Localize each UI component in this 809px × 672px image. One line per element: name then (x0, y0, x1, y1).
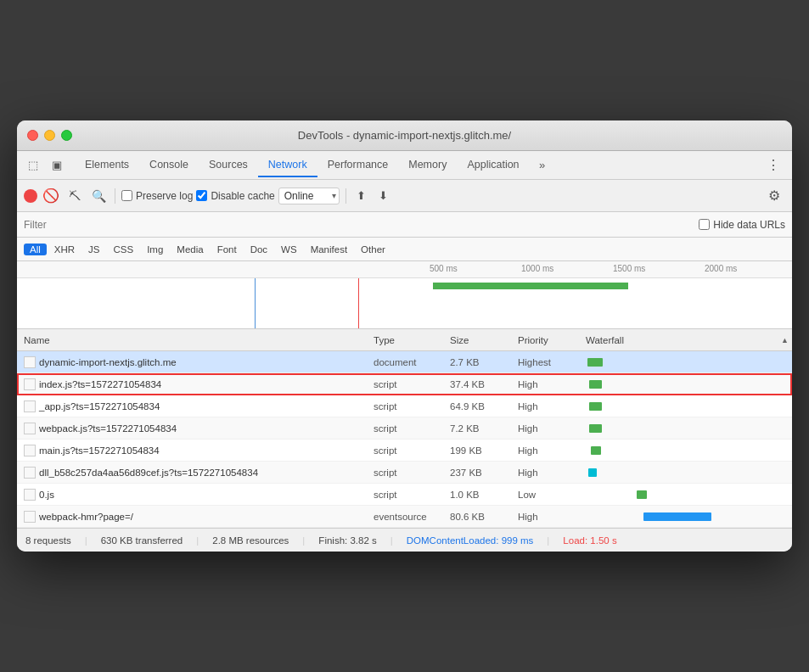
hide-data-urls-label[interactable]: Hide data URLs (699, 219, 785, 231)
tab-sources[interactable]: Sources (199, 154, 258, 177)
filter-bar: Hide data URLs (17, 212, 792, 238)
cell-size-6: 237 KB (450, 468, 518, 478)
sep-5: | (547, 535, 549, 546)
file-icon-7 (24, 489, 36, 501)
table-row[interactable]: main.js?ts=1572271054834 script 199 KB H… (17, 440, 792, 462)
cell-priority-8: High (518, 512, 586, 522)
tab-memory[interactable]: Memory (398, 154, 457, 177)
file-icon-3 (24, 400, 36, 412)
filter-css[interactable]: CSS (107, 244, 139, 255)
cell-name-3: _app.js?ts=1572271054834 (17, 400, 374, 412)
filter-icon[interactable]: ⛏ (65, 186, 85, 206)
filter-all[interactable]: All (24, 244, 47, 255)
sort-arrow-icon: ▲ (781, 336, 789, 344)
tab-performance[interactable]: Performance (317, 154, 399, 177)
ruler-1500: 1500 ms (613, 264, 705, 273)
close-button[interactable] (27, 130, 38, 141)
filter-type-bar: All XHR JS CSS Img Media Font Doc WS Man… (17, 238, 792, 261)
separator-1 (115, 188, 115, 204)
filter-img[interactable]: Img (141, 244, 169, 255)
table-header: Name Type Size Priority Waterfall ▲ (17, 329, 792, 351)
record-button[interactable] (24, 189, 37, 203)
cell-waterfall-4 (586, 417, 792, 439)
cell-name-4: webpack.js?ts=1572271054834 (17, 423, 374, 434)
header-name[interactable]: Name (17, 335, 374, 345)
waterfall-bar-3 (589, 402, 602, 411)
cell-waterfall-1 (586, 351, 792, 372)
file-icon-4 (24, 423, 36, 434)
disable-cache-checkbox[interactable] (196, 190, 207, 201)
table-body: dynamic-import-nextjs.glitch.me document… (17, 351, 792, 528)
table-row[interactable]: webpack-hmr?page=/ eventsource 80.6 KB H… (17, 506, 792, 528)
search-icon[interactable]: 🔍 (88, 186, 109, 206)
cell-name-7: 0.js (17, 489, 374, 501)
network-condition-select[interactable]: Online Offline Slow 3G Fast 3G (278, 188, 340, 204)
preserve-log-checkbox[interactable] (121, 190, 132, 201)
table-row[interactable]: dynamic-import-nextjs.glitch.me document… (17, 351, 792, 373)
cell-size-8: 80.6 KB (450, 512, 518, 522)
filter-input[interactable] (24, 219, 151, 231)
table-row[interactable]: webpack.js?ts=1572271054834 script 7.2 K… (17, 417, 792, 440)
cell-type-7: script (374, 490, 450, 500)
clear-button[interactable]: 🚫 (41, 186, 61, 206)
table-row[interactable]: index.js?ts=1572271054834 script 37.4 KB… (17, 373, 792, 395)
sep-1: | (85, 535, 87, 546)
sep-2: | (196, 535, 199, 546)
title-bar: DevTools - dynamic-import-nextjs.glitch.… (17, 120, 792, 151)
cell-type-2: script (374, 379, 450, 389)
minimize-button[interactable] (44, 130, 55, 141)
cell-size-3: 64.9 KB (450, 401, 518, 412)
header-priority[interactable]: Priority (518, 335, 586, 345)
tab-application[interactable]: Application (457, 154, 529, 177)
status-requests: 8 requests (25, 535, 71, 546)
sep-3: | (302, 535, 305, 546)
cell-waterfall-6 (586, 462, 792, 483)
cell-priority-5: High (518, 445, 586, 456)
cell-size-2: 37.4 KB (450, 379, 518, 389)
status-finish: Finish: 3.82 s (318, 535, 376, 546)
disable-cache-label[interactable]: Disable cache (196, 190, 274, 202)
cell-priority-3: High (518, 401, 586, 412)
preserve-log-label[interactable]: Preserve log (121, 190, 193, 202)
hide-data-urls-checkbox[interactable] (699, 219, 710, 230)
table-row[interactable]: dll_b58c257da4aa56d89cef.js?ts=157227105… (17, 462, 792, 484)
cell-waterfall-5 (586, 440, 792, 461)
filter-xhr[interactable]: XHR (48, 244, 81, 255)
header-waterfall[interactable]: Waterfall ▲ (586, 335, 792, 345)
cell-name-1: dynamic-import-nextjs.glitch.me (17, 356, 374, 368)
window-title: DevTools - dynamic-import-nextjs.glitch.… (298, 129, 511, 142)
devtools-menu-icon[interactable]: ⋮ (761, 157, 785, 173)
filter-doc[interactable]: Doc (244, 244, 273, 255)
cell-priority-1: Highest (518, 357, 586, 367)
ruler-2000: 2000 ms (705, 264, 792, 273)
cell-priority-6: High (518, 468, 586, 478)
tab-network[interactable]: Network (258, 154, 317, 177)
cell-name-5: main.js?ts=1572271054834 (17, 445, 374, 456)
header-type[interactable]: Type (374, 335, 450, 345)
tab-elements[interactable]: Elements (75, 154, 139, 177)
filter-js[interactable]: JS (82, 244, 105, 255)
more-tabs-icon[interactable]: » (533, 156, 552, 175)
settings-icon[interactable]: ⚙ (763, 185, 785, 207)
file-icon-5 (24, 445, 36, 456)
timeline-chart (17, 278, 792, 329)
filter-manifest[interactable]: Manifest (305, 244, 353, 255)
device-icon[interactable]: ▣ (48, 156, 66, 175)
export-icon[interactable]: ⬇ (374, 187, 393, 205)
import-icon[interactable]: ⬆ (352, 187, 371, 205)
filter-media[interactable]: Media (171, 244, 209, 255)
filter-ws[interactable]: WS (275, 244, 303, 255)
file-icon-2 (24, 378, 36, 390)
filter-other[interactable]: Other (355, 244, 391, 255)
traffic-lights (27, 130, 72, 141)
table-row[interactable]: _app.js?ts=1572271054834 script 64.9 KB … (17, 395, 792, 417)
cell-priority-4: High (518, 423, 586, 434)
filter-font[interactable]: Font (211, 244, 243, 255)
pointer-icon[interactable]: ⬚ (24, 156, 42, 175)
waterfall-bar-4 (589, 424, 602, 433)
maximize-button[interactable] (61, 130, 72, 141)
network-condition-wrap[interactable]: Online Offline Slow 3G Fast 3G (278, 188, 340, 204)
table-row[interactable]: 0.js script 1.0 KB Low (17, 484, 792, 506)
header-size[interactable]: Size (450, 335, 518, 345)
tab-console[interactable]: Console (139, 154, 199, 177)
